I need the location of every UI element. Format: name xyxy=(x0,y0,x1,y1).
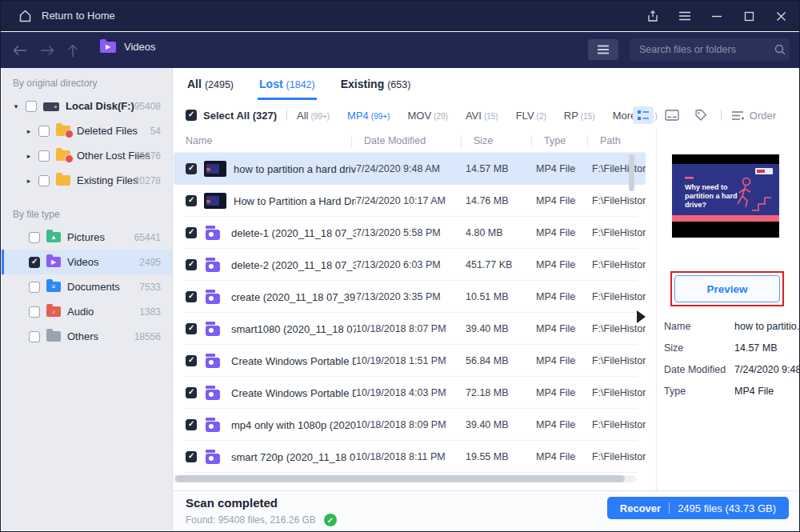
column-header-date[interactable]: Date Modified xyxy=(356,135,466,146)
row-checkbox[interactable] xyxy=(186,323,197,334)
format-filter[interactable]: RP (15) xyxy=(564,110,595,122)
filetype-list: ▲ Pictures 65441 ▶ Videos 2495 ≡ Documen… xyxy=(2,225,172,349)
table-row[interactable]: Create Windows Portable Drive'... 10/19/… xyxy=(174,345,646,377)
table-row[interactable]: smart 720p (2020_11_18 07_39_4... 10/18/… xyxy=(174,441,646,473)
result-tab[interactable]: Existing(653) xyxy=(339,70,413,100)
video-file-icon xyxy=(206,358,220,368)
expand-caret-icon[interactable]: ▸ xyxy=(24,152,34,160)
divider xyxy=(656,129,657,490)
item-checkbox[interactable] xyxy=(38,175,50,186)
row-checkbox[interactable] xyxy=(186,195,197,206)
row-checkbox[interactable] xyxy=(186,451,197,462)
row-checkbox[interactable] xyxy=(186,291,197,302)
search-input[interactable] xyxy=(630,44,774,55)
item-checkbox[interactable] xyxy=(38,126,50,137)
column-header-name[interactable]: Name xyxy=(186,135,356,146)
row-checkbox[interactable] xyxy=(186,355,197,366)
minimize-button[interactable] xyxy=(710,9,724,23)
list-menu-button[interactable] xyxy=(588,39,618,60)
thumbnail-view-icon[interactable] xyxy=(662,106,682,124)
file-name: create (2020_11_18 07_39_43 UTC... xyxy=(231,291,356,303)
expand-caret-icon[interactable]: ▸ xyxy=(24,177,34,185)
search-icon[interactable] xyxy=(774,44,786,55)
forward-icon[interactable] xyxy=(39,42,55,58)
format-filter[interactable]: FLV (2) xyxy=(516,110,546,122)
share-icon[interactable] xyxy=(646,9,660,23)
preview-button[interactable]: Preview xyxy=(674,275,780,302)
tag-icon[interactable] xyxy=(690,106,711,124)
table-row[interactable]: smart1080 (2020_11_18 07_39_43 ... 10/18… xyxy=(174,313,646,345)
table-row[interactable]: how to partition a hard drive on ... 7/2… xyxy=(174,153,646,185)
directory-tree: ▾ Local Disk(F:) 95408 ▸ Deleted Files 5… xyxy=(2,94,172,193)
select-all-control[interactable]: Select All (327) xyxy=(186,110,277,122)
item-checkbox[interactable] xyxy=(26,101,37,112)
sidebar: By original directory ▾ Local Disk(F:) 9… xyxy=(2,68,173,530)
file-type: MP4 File xyxy=(536,451,592,462)
format-filter[interactable]: AVI (15) xyxy=(466,110,498,122)
file-name: smart 720p (2020_11_18 07_39_4... xyxy=(231,451,356,463)
table-row[interactable]: mp4 only with 1080p (2020_11_18... 10/18… xyxy=(174,409,646,441)
select-all-checkbox[interactable] xyxy=(186,110,197,121)
sidebar-filetype-item[interactable]: Others 18556 xyxy=(2,324,172,349)
item-checkbox[interactable] xyxy=(38,150,50,162)
video-file-icon xyxy=(206,422,220,432)
menu-icon[interactable] xyxy=(678,9,692,23)
preview-thumbnail[interactable]: Why need to partition a hard drive? xyxy=(672,154,779,238)
horizontal-scrollbar-track[interactable] xyxy=(174,475,636,482)
back-icon[interactable] xyxy=(12,42,28,58)
item-checkbox[interactable] xyxy=(29,306,40,318)
sidebar-directory-item[interactable]: ▸ Existing Files 20278 xyxy=(2,168,172,193)
collapse-preview-icon[interactable] xyxy=(637,310,646,323)
item-checkbox[interactable] xyxy=(29,282,40,293)
table-row[interactable]: delete-2 (2020_11_18 07_39_43 U... 7/13/… xyxy=(174,249,646,281)
row-checkbox[interactable] xyxy=(186,227,197,238)
row-checkbox[interactable] xyxy=(186,419,197,430)
breadcrumb[interactable]: ▶ Videos xyxy=(100,41,156,53)
column-header-path[interactable]: Path xyxy=(592,135,646,146)
list-view-icon[interactable] xyxy=(633,106,654,124)
maximize-button[interactable] xyxy=(742,9,756,23)
sidebar-directory-item[interactable]: ▸ Deleted Files 54 xyxy=(2,118,172,143)
vertical-scrollbar[interactable] xyxy=(629,154,634,191)
sidebar-filetype-item[interactable]: ≡ Documents 7533 xyxy=(2,274,172,299)
item-checkbox[interactable] xyxy=(29,232,40,243)
result-tab[interactable]: Lost(1842) xyxy=(258,70,317,100)
recover-button[interactable]: Recover 2495 files (43.73 GB) xyxy=(607,497,789,519)
expand-caret-icon[interactable]: ▸ xyxy=(24,127,34,135)
up-icon[interactable] xyxy=(65,42,81,58)
sidebar-filetype-item[interactable]: ♪ Audio 1383 xyxy=(2,299,172,324)
column-header-size[interactable]: Size xyxy=(466,135,536,146)
file-type: MP4 File xyxy=(536,355,592,366)
file-name: smart1080 (2020_11_18 07_39_43 ... xyxy=(231,323,356,335)
row-checkbox[interactable] xyxy=(186,387,197,398)
video-file-icon xyxy=(204,193,226,209)
format-filters: All (99+) MP4 (99+) MOV (29) AVI (15) FL… xyxy=(297,110,675,122)
close-button[interactable] xyxy=(774,9,788,23)
sidebar-directory-item[interactable]: ▾ Local Disk(F:) 95408 xyxy=(2,94,172,118)
order-control[interactable]: Order xyxy=(731,110,776,122)
recover-detail: 2495 files (43.73 GB) xyxy=(678,502,776,514)
return-home-button[interactable]: Return to Home xyxy=(18,10,115,22)
item-checkbox[interactable] xyxy=(29,331,40,342)
sidebar-directory-item[interactable]: ▸ Other Lost Files 75076 xyxy=(2,143,172,168)
horizontal-scrollbar-thumb[interactable] xyxy=(175,475,625,482)
table-row[interactable]: delete-1 (2020_11_18 07_39_43 U... 7/13/… xyxy=(174,217,646,249)
row-checkbox[interactable] xyxy=(186,163,197,174)
table-row[interactable]: create (2020_11_18 07_39_43 UTC... 7/13/… xyxy=(174,281,646,313)
table-row[interactable]: Create Windows Portable Drive E... 10/19… xyxy=(174,377,646,409)
expand-caret-icon[interactable]: ▾ xyxy=(11,102,21,110)
item-count: 95408 xyxy=(134,101,161,112)
format-filter[interactable]: MOV (29) xyxy=(407,110,447,122)
file-size: 14.76 MB xyxy=(466,195,536,206)
item-checkbox[interactable] xyxy=(29,257,40,268)
result-tab[interactable]: All(2495) xyxy=(186,70,235,100)
row-checkbox[interactable] xyxy=(186,259,197,270)
sidebar-filetype-item[interactable]: ▲ Pictures 65441 xyxy=(2,225,172,250)
item-icon xyxy=(46,331,61,342)
column-header-type[interactable]: Type xyxy=(536,135,592,146)
format-filter[interactable]: MP4 (99+) xyxy=(347,110,390,122)
sidebar-filetype-item[interactable]: ▶ Videos 2495 xyxy=(2,250,172,274)
main-panel: All(2495) Lost(1842) Existing(653) Selec… xyxy=(174,68,798,530)
table-row[interactable]: How to Partition a Hard Drive Wi... 7/24… xyxy=(174,185,646,217)
format-filter[interactable]: All (99+) xyxy=(297,110,330,122)
